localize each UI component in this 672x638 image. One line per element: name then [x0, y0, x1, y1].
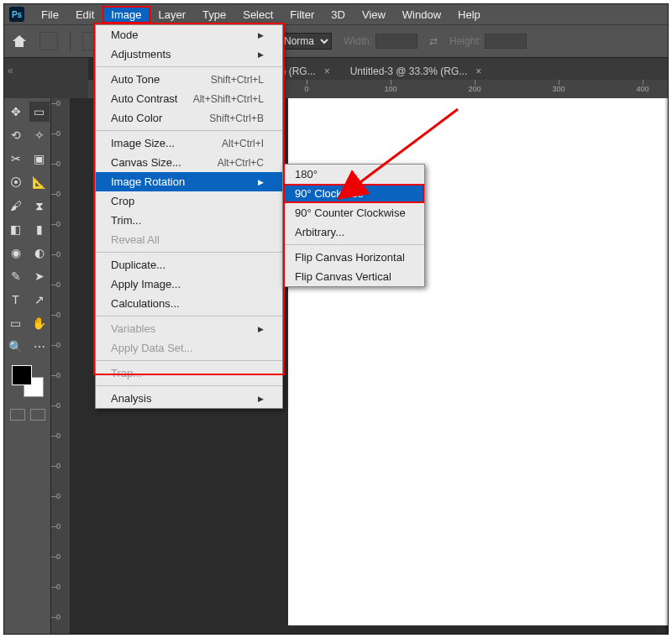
ruler-label: 400 — [636, 85, 648, 93]
swap-dimensions-icon[interactable]: ⇄ — [429, 35, 438, 47]
menu-item-adjustments[interactable]: Adjustments — [96, 44, 282, 64]
height-input[interactable] — [485, 34, 527, 49]
tool-ruler[interactable]: 📐 — [29, 172, 50, 192]
menu-shortcut: Alt+Shift+Ctrl+L — [193, 93, 264, 105]
tool-blur[interactable]: ◉ — [6, 243, 26, 263]
menu-layer[interactable]: Layer — [150, 6, 195, 24]
ruler-label: 0 — [56, 250, 60, 259]
menu-item-label: Trap... — [111, 367, 142, 379]
menu-help[interactable]: Help — [449, 6, 489, 24]
menu-3d[interactable]: 3D — [323, 6, 354, 24]
tool-eyedrop[interactable]: ⦿ — [6, 172, 26, 192]
menu-edit[interactable]: Edit — [67, 6, 102, 24]
tool-wand[interactable]: ✧ — [29, 125, 50, 145]
tool-dodge[interactable]: ◐ — [29, 243, 50, 263]
vertical-ruler: 000000000000000000 — [51, 98, 70, 634]
ruler-label: 0 — [56, 280, 60, 289]
menu-item-apply-image[interactable]: Apply Image... — [96, 275, 282, 294]
menu-item-auto-color[interactable]: Auto ColorShift+Ctrl+B — [96, 108, 282, 128]
foreground-color-icon[interactable] — [12, 365, 32, 385]
menu-item-auto-contrast[interactable]: Auto ContrastAlt+Shift+Ctrl+L — [96, 89, 282, 108]
menu-shortcut: Alt+Ctrl+I — [222, 138, 264, 149]
submenu-item-arbitrary[interactable]: Arbitrary... — [283, 222, 424, 242]
tool-brush[interactable]: 🖌 — [6, 196, 26, 216]
menu-filter[interactable]: Filter — [281, 6, 323, 24]
app-logo-icon: Ps — [9, 7, 24, 22]
ruler-label: 0 — [304, 85, 308, 93]
tool-stamp[interactable]: ⧗ — [29, 196, 50, 216]
ruler-label: 0 — [56, 522, 60, 531]
width-input[interactable] — [375, 34, 417, 49]
menu-item-label: Mode — [111, 29, 139, 41]
menu-item-label: Adjustments — [111, 48, 171, 60]
quickmask-icon[interactable] — [10, 409, 25, 421]
menu-item-canvas-size[interactable]: Canvas Size...Alt+Ctrl+C — [96, 153, 282, 172]
tool-eraser[interactable]: ◧ — [6, 219, 26, 239]
menu-shortcut: Alt+Ctrl+C — [218, 157, 264, 169]
marquee-preset-icon[interactable] — [39, 32, 58, 50]
tab-overflow-left-icon[interactable]: « — [8, 65, 13, 76]
menu-item-mode[interactable]: Mode — [96, 25, 282, 44]
tool-frame[interactable]: ▣ — [29, 149, 50, 169]
image-menu-dropdown: ModeAdjustmentsAuto ToneShift+Ctrl+LAuto… — [95, 24, 283, 409]
tool-arrow[interactable]: ➤ — [29, 266, 50, 286]
ruler-label: 0 — [56, 371, 60, 379]
ruler-label: 200 — [468, 85, 480, 93]
tool-lasso[interactable]: ⟲ — [6, 125, 26, 145]
ruler-label: 0 — [56, 401, 60, 410]
tool-rect[interactable]: ▭ — [6, 313, 26, 333]
ruler-label: 0 — [56, 462, 60, 470]
menu-shortcut: Shift+Ctrl+L — [211, 74, 264, 86]
menu-item-image-size[interactable]: Image Size...Alt+Ctrl+I — [96, 133, 282, 153]
style-select[interactable]: Normal — [276, 33, 332, 50]
menu-item-calculations[interactable]: Calculations... — [96, 294, 282, 313]
color-swatch[interactable] — [12, 365, 44, 397]
tool-path[interactable]: ↗ — [29, 290, 50, 310]
menu-item-trim[interactable]: Trim... — [96, 211, 282, 230]
tab-label: Untitled-3 @ 33.3% (RG... — [350, 65, 468, 77]
menu-type[interactable]: Type — [194, 6, 234, 24]
tool-bucket[interactable]: ▮ — [29, 219, 50, 239]
tool-type[interactable]: T — [6, 290, 26, 310]
menu-item-image-rotation[interactable]: Image Rotation — [96, 172, 282, 191]
tool-more[interactable]: ⋯ — [29, 337, 50, 357]
menu-item-crop[interactable]: Crop — [96, 191, 282, 211]
menu-item-label: Calculations... — [111, 297, 180, 310]
submenu-item-180[interactable]: 180° — [283, 165, 424, 184]
screenmode-icon[interactable] — [30, 409, 45, 421]
ruler-label: 0 — [56, 552, 60, 561]
tool-pen[interactable]: ✎ — [6, 266, 26, 286]
menu-item-auto-tone[interactable]: Auto ToneShift+Ctrl+L — [96, 70, 282, 89]
submenu-item-90-counter-clockwise[interactable]: 90° Counter Clockwise — [283, 203, 424, 222]
tool-crop[interactable]: ✂ — [6, 149, 26, 169]
submenu-item-flip-canvas-horizontal[interactable]: Flip Canvas Horizontal — [283, 248, 424, 267]
submenu-item-90-clockwise[interactable]: 90° Clockwise — [283, 184, 424, 203]
ruler-label: 0 — [56, 160, 60, 168]
menu-item-label: Auto Color — [111, 112, 162, 124]
tool-zoom[interactable]: 🔍 — [6, 337, 26, 357]
menu-item-label: Duplicate... — [111, 259, 165, 271]
menu-image[interactable]: Image — [102, 6, 150, 24]
tools-panel: ✥▭⟲✧✂▣⦿📐🖌⧗◧▮◉◐✎➤T↗▭✋🔍⋯ — [4, 98, 51, 634]
menu-file[interactable]: File — [33, 6, 67, 24]
menu-select[interactable]: Select — [234, 6, 281, 24]
document-tab[interactable]: Untitled-3 @ 33.3% (RG...× — [340, 58, 492, 80]
menu-item-analysis[interactable]: Analysis — [96, 389, 282, 408]
menu-view[interactable]: View — [354, 6, 394, 24]
separator — [70, 31, 71, 51]
ruler-label: 0 — [56, 492, 60, 500]
submenu-item-flip-canvas-vertical[interactable]: Flip Canvas Vertical — [283, 267, 424, 286]
home-icon[interactable] — [11, 34, 28, 49]
menu-item-variables: Variables — [96, 319, 282, 338]
close-tab-icon[interactable]: × — [475, 65, 481, 77]
close-tab-icon[interactable]: × — [324, 65, 330, 77]
tool-move[interactable]: ✥ — [6, 102, 26, 122]
tool-marquee[interactable]: ▭ — [29, 102, 50, 122]
ruler-label: 0 — [56, 99, 60, 107]
menu-bar: Ps FileEditImageLayerTypeSelectFilter3DV… — [4, 4, 668, 24]
height-label: Height: — [449, 35, 481, 47]
menu-item-duplicate[interactable]: Duplicate... — [96, 255, 282, 275]
tool-hand[interactable]: ✋ — [29, 313, 50, 333]
menu-item-label: Analysis — [111, 392, 151, 405]
menu-window[interactable]: Window — [394, 6, 449, 24]
